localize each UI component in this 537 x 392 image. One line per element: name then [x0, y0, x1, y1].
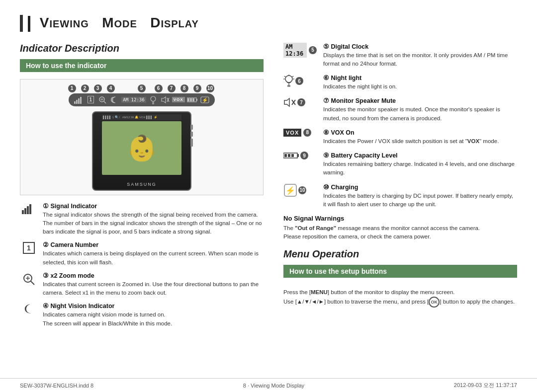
page-number-label: 8 · Viewing Mode Display	[243, 383, 304, 389]
num-6: 6	[155, 84, 163, 92]
vox-icon-col: VOX 8	[283, 129, 318, 137]
item-6-title: ⑥ Night light	[323, 74, 517, 81]
item-10-desc: Indicates the battery is charging by DC …	[323, 192, 517, 209]
item-5-desc: Displays the time that is set on the mon…	[323, 51, 517, 69]
item-3-title: ③ x2 Zoom mode	[43, 272, 264, 279]
item-5-title: ⑤ Digital Clock	[323, 43, 517, 50]
digital-clock-display: AM 12:36	[283, 43, 307, 58]
signal-icon-col	[20, 202, 38, 214]
item-8-title: ⑧ VOX On	[323, 129, 517, 136]
item-digital-clock: AM 12:36 5 ⑤ Digital Clock Displays the …	[283, 43, 517, 69]
icon-strip: 1	[69, 93, 214, 106]
item-1-title: ① Signal Indicator	[43, 202, 264, 210]
monitor-brand: SAMSUNG	[127, 182, 157, 187]
item-1-text: ① Signal Indicator The signal indicator …	[43, 202, 264, 236]
item-7-title: ⑦ Monitor Speaker Mute	[323, 97, 517, 104]
mute-icon-col: 7	[283, 97, 318, 108]
indicator-diagram: 1 2 3 4 5 6 7 8 9 10	[20, 79, 264, 195]
num-1: 1	[68, 84, 76, 92]
footer-right: 2012-09-03 오전 11:37:17	[454, 382, 517, 389]
title-display: Display	[150, 15, 199, 30]
title-viewing: Viewing	[40, 15, 89, 30]
num-7: 7	[168, 84, 176, 92]
page-title: Viewing Mode Display	[20, 15, 517, 32]
svg-rect-64	[291, 154, 294, 157]
svg-rect-63	[288, 154, 290, 157]
svg-line-45	[31, 281, 34, 285]
item-3-desc: Indicates that current screen is Zoomed …	[43, 280, 264, 298]
page-footer: SEW-3037W-ENGLISH.indd 8 8 · Viewing Mod…	[0, 378, 537, 392]
num-6-badge: 6	[295, 77, 303, 85]
item-3-text: ③ x2 Zoom mode Indicates that current sc…	[43, 272, 264, 298]
battery-icon-col: 9	[283, 152, 318, 159]
item-4-title: ④ Night Vision Indicator	[43, 302, 264, 310]
mute-icon	[160, 96, 170, 104]
num-8-badge: 8	[303, 129, 311, 137]
baby-icon: 👶	[126, 134, 157, 162]
item-night-vision: ④ Night Vision Indicator Indicates camer…	[20, 302, 264, 328]
item-2-title: ② Camera Number	[43, 241, 264, 248]
num-4: 4	[107, 84, 115, 92]
title-bar	[28, 16, 30, 32]
item-7-text: ⑦ Monitor Speaker Mute Indicates the mon…	[323, 97, 517, 123]
svg-line-53	[284, 76, 286, 78]
svg-text:⚡: ⚡	[285, 186, 295, 195]
no-signal-desc-1: The "Out of Range" message means the mon…	[283, 224, 517, 233]
indicator-description-title: Indicator Description	[20, 43, 264, 54]
item-6-desc: Indicates the night light is on.	[323, 82, 517, 91]
num-2: 2	[81, 84, 89, 92]
zoom-icon	[97, 96, 107, 104]
svg-point-48	[285, 76, 292, 82]
item-camera-num: 1 ② Camera Number Indicates which camera…	[20, 241, 264, 267]
night-vision-icon	[109, 96, 119, 104]
item-9-desc: Indicates remaining battery charge. Indi…	[323, 160, 517, 177]
indicator-numbers-row: 1 2 3 4 5 6 7 8 9 10	[25, 84, 258, 92]
how-to-use-setup-banner: How to use the setup buttons	[283, 265, 517, 278]
svg-rect-41	[24, 208, 26, 214]
no-signal-title: No Signal Warnings	[283, 215, 517, 222]
clock-icon-col: AM 12:36 5	[283, 43, 318, 58]
right-column: AM 12:36 5 ⑤ Digital Clock Displays the …	[283, 43, 517, 333]
item-2-text: ② Camera Number Indicates which camera i…	[43, 241, 264, 267]
num-9-badge: 9	[300, 152, 308, 159]
num-5-badge: 5	[309, 46, 317, 54]
charging-icon-col: ⚡ 10	[283, 183, 318, 197]
item-monitor-mute: 7 ⑦ Monitor Speaker Mute Indicates the m…	[283, 97, 517, 123]
svg-rect-20	[78, 98, 80, 104]
svg-rect-40	[22, 210, 24, 214]
monitor-screen: 👶	[102, 121, 181, 175]
no-signal-desc-2: Please reposition the camera, or check t…	[283, 233, 517, 241]
num-8: 8	[180, 84, 188, 92]
item-10-text: ⑩ Charging Indicates the battery is char…	[323, 183, 517, 209]
item-1-desc-2: The number of bars in the signal indicat…	[43, 219, 264, 236]
night-light-icon	[148, 95, 158, 104]
menu-operation-title: Menu Operation	[283, 248, 517, 260]
item-4-desc-2: The screen will appear in Black/White in…	[43, 319, 264, 328]
svg-rect-34	[196, 99, 197, 101]
item-4-desc-1: Indicates camera night vision mode is tu…	[43, 311, 264, 319]
monitor-image: ▌▌▌▌ 1 🔍 ☾ AM12:36 🔔 VOX ▌▌▌ ⚡ 👶 SAMSUNG	[92, 111, 191, 191]
item-9-title: ⑨ Battery Capacity Level	[323, 152, 517, 159]
item-9-text: ⑨ Battery Capacity Level Indicates remai…	[323, 152, 517, 177]
menu-op-desc: Press the [MENU] button of the monitor t…	[283, 288, 517, 308]
svg-line-23	[104, 101, 106, 103]
item-7-desc: Indicates the monitor speaker is muted. …	[323, 105, 517, 123]
item-8-text: ⑧ VOX On Indicates the Power / VOX slide…	[323, 129, 517, 146]
charging-icon: ⚡	[200, 95, 210, 104]
battery-icon	[187, 97, 198, 103]
svg-rect-21	[80, 97, 82, 104]
how-to-use-indicator-banner: How to use the indicator	[20, 59, 264, 72]
item-zoom: ③ x2 Zoom mode Indicates that current sc…	[20, 272, 264, 298]
item-8-desc: Indicates the Power / VOX slide switch p…	[323, 137, 517, 146]
num-5: 5	[138, 84, 146, 92]
svg-rect-61	[297, 154, 299, 157]
svg-rect-37	[192, 98, 194, 101]
svg-rect-42	[27, 206, 29, 214]
svg-rect-36	[190, 98, 192, 101]
vox-icon: VOX	[172, 97, 185, 102]
clock-icon: AM 12:36	[121, 97, 146, 103]
item-vox: VOX 8 ⑧ VOX On Indicates the Power / VOX…	[283, 129, 517, 146]
svg-marker-30	[162, 97, 166, 103]
signal-icon	[74, 96, 84, 104]
num-10-badge: 10	[298, 186, 306, 194]
